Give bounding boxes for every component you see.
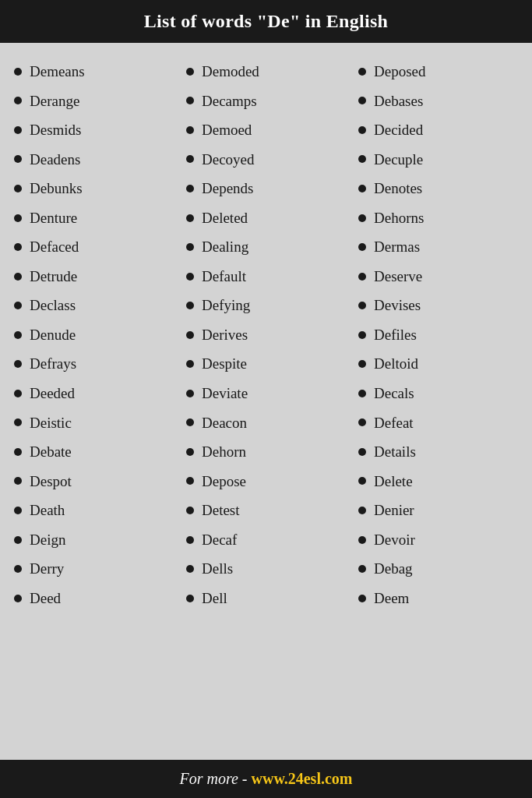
bullet-icon [186, 185, 194, 192]
list-item: Deltoid [358, 349, 518, 379]
word-label: Decamps [202, 90, 257, 112]
word-label: Desmids [30, 119, 82, 141]
bullet-icon [186, 418, 194, 426]
list-item: Decamps [186, 87, 346, 116]
word-label: Derives [202, 324, 248, 346]
list-item: Deadens [14, 145, 174, 175]
list-item: Deacon [186, 408, 346, 438]
bullet-icon [358, 273, 366, 281]
word-label: Deviate [202, 383, 248, 404]
list-item: Dells [186, 554, 346, 584]
word-label: Details [374, 441, 416, 463]
bullet-icon [186, 243, 194, 251]
bullet-icon [186, 507, 194, 514]
word-label: Deed [30, 588, 61, 609]
list-item: Detrude [14, 262, 174, 291]
word-label: Denier [374, 500, 414, 521]
bullet-icon [358, 243, 366, 251]
bullet-icon [14, 155, 22, 163]
word-label: Despot [30, 471, 72, 493]
word-label: Decuple [374, 149, 423, 171]
list-item: Depends [186, 174, 346, 203]
list-item: Debate [14, 437, 174, 467]
list-item: Decuple [358, 145, 518, 175]
list-item: Desmids [14, 115, 174, 145]
word-label: Defrays [30, 353, 76, 375]
list-item: Defrays [14, 349, 174, 379]
list-item: Demeans [14, 57, 174, 87]
bullet-icon [14, 418, 22, 426]
bullet-icon [14, 273, 22, 281]
word-label: Debate [30, 441, 72, 463]
word-label: Death [30, 500, 65, 521]
word-label: Depends [202, 178, 253, 200]
word-label: Default [202, 266, 246, 288]
word-column-2: DemodedDecampsDemoedDecoyedDependsDelete… [180, 57, 352, 746]
footer-url[interactable]: www.24esl.com [252, 770, 353, 787]
word-label: Denotes [374, 178, 422, 200]
list-item: Deleted [186, 203, 346, 233]
bullet-icon [358, 331, 366, 339]
word-label: Denude [30, 324, 76, 346]
bullet-icon [14, 68, 22, 76]
word-label: Derry [30, 558, 64, 580]
bullet-icon [358, 477, 366, 485]
word-label: Deem [374, 588, 409, 609]
word-label: Dealing [202, 236, 248, 258]
list-item: Deem [358, 584, 518, 613]
list-item: Debases [358, 87, 518, 116]
list-item: Defying [186, 291, 346, 320]
page-header: List of words "De" in English [0, 0, 532, 43]
list-item: Death [14, 496, 174, 525]
list-item: Deeded [14, 379, 174, 408]
list-item: Delete [358, 467, 518, 496]
word-label: Devoir [374, 529, 415, 551]
word-label: Decals [374, 383, 414, 404]
word-label: Despite [202, 353, 247, 375]
word-label: Deadens [30, 149, 80, 171]
word-label: Detrude [30, 266, 77, 288]
bullet-icon [14, 360, 22, 368]
word-label: Decoyed [202, 149, 255, 171]
word-label: Defaced [30, 236, 79, 258]
list-item: Deistic [14, 408, 174, 438]
list-item: Derange [14, 87, 174, 116]
word-label: Deleted [202, 207, 248, 229]
word-label: Delete [374, 471, 413, 493]
word-label: Debag [374, 558, 413, 580]
word-label: Dehorn [202, 441, 246, 463]
list-item: Denotes [358, 174, 518, 203]
bullet-icon [358, 155, 366, 163]
word-label: Deacon [202, 412, 247, 434]
list-item: Declass [14, 291, 174, 320]
bullet-icon [358, 185, 366, 192]
list-item: Dell [186, 584, 346, 613]
bullet-icon [358, 390, 366, 397]
bullet-icon [14, 331, 22, 339]
bullet-icon [14, 477, 22, 485]
bullet-icon [358, 448, 366, 456]
word-label: Defeat [374, 412, 414, 434]
bullet-icon [358, 418, 366, 426]
bullet-icon [358, 536, 366, 544]
bullet-icon [358, 565, 366, 573]
bullet-icon [14, 595, 22, 602]
list-item: Denude [14, 320, 174, 350]
bullet-icon [186, 331, 194, 339]
bullet-icon [186, 68, 194, 76]
list-item: Dealing [186, 232, 346, 262]
word-label: Dermas [374, 236, 420, 258]
word-label: Deeded [30, 383, 75, 404]
list-item: Decided [358, 115, 518, 145]
list-item: Deed [14, 584, 174, 613]
bullet-icon [14, 97, 22, 104]
list-item: Dermas [358, 232, 518, 262]
word-label: Deltoid [374, 353, 418, 375]
word-label: Dell [202, 588, 227, 609]
bullet-icon [14, 390, 22, 397]
word-label: Deposed [374, 61, 425, 83]
word-label: Deserve [374, 266, 422, 288]
list-item: Decoyed [186, 145, 346, 175]
word-label: Demoed [202, 119, 252, 141]
word-label: Depose [202, 471, 246, 493]
